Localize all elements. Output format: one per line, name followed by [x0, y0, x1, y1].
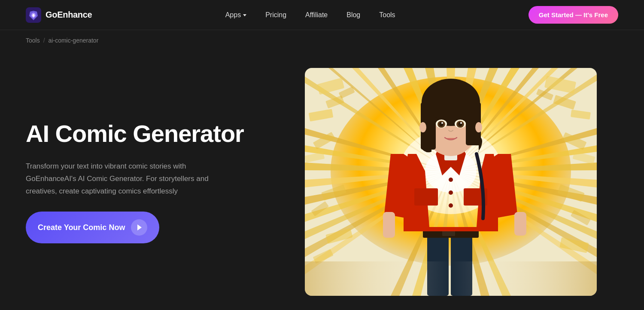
- nav-links: Apps Pricing Affiliate Blog Tools: [218, 8, 403, 22]
- hero-image-container: [283, 68, 618, 296]
- svg-rect-89: [305, 261, 597, 296]
- svg-point-86: [460, 122, 462, 124]
- create-comic-button[interactable]: Create Your Comic Now: [26, 212, 159, 243]
- svg-point-69: [449, 178, 453, 182]
- breadcrumb-separator: /: [43, 37, 45, 44]
- hero-image: [305, 68, 597, 296]
- arrow-right-icon: [137, 224, 142, 230]
- svg-rect-73: [514, 212, 526, 236]
- create-comic-label: Create Your Comic Now: [38, 223, 125, 232]
- breadcrumb: Tools / ai-comic-generator: [0, 30, 644, 51]
- hero-content: AI Comic Generator Transform your text i…: [26, 120, 249, 243]
- nav-tools-label: Tools: [379, 11, 395, 19]
- hero-section: AI Comic Generator Transform your text i…: [0, 51, 644, 310]
- hero-description: Transform your text into vibrant comic s…: [26, 160, 215, 198]
- brand-logo[interactable]: GoEnhance: [26, 7, 92, 23]
- breadcrumb-parent[interactable]: Tools: [26, 37, 40, 44]
- nav-item-apps[interactable]: Apps: [218, 8, 254, 22]
- apps-chevron-down-icon: [243, 14, 246, 16]
- svg-point-71: [449, 203, 453, 208]
- svg-point-70: [449, 190, 453, 195]
- logo-icon: [26, 7, 41, 23]
- nav-blog-label: Blog: [346, 11, 360, 19]
- nav-item-blog[interactable]: Blog: [339, 8, 368, 22]
- brand-name: GoEnhance: [46, 10, 92, 20]
- nav-pricing-label: Pricing: [265, 11, 286, 19]
- svg-point-85: [441, 122, 443, 124]
- nav-item-pricing[interactable]: Pricing: [258, 8, 294, 22]
- nav-item-affiliate[interactable]: Affiliate: [298, 8, 335, 22]
- comic-illustration: [305, 68, 597, 296]
- nav-item-tools[interactable]: Tools: [371, 8, 403, 22]
- svg-rect-67: [414, 188, 438, 206]
- svg-point-88: [475, 122, 482, 132]
- svg-point-87: [419, 122, 426, 132]
- navbar: GoEnhance Apps Pricing Affiliate Blog To…: [0, 0, 644, 30]
- nav-affiliate-label: Affiliate: [305, 11, 328, 19]
- svg-rect-72: [383, 212, 395, 238]
- nav-apps-label: Apps: [225, 11, 241, 19]
- breadcrumb-current-page: ai-comic-generator: [49, 37, 99, 44]
- get-started-button[interactable]: Get Started — It's Free: [529, 6, 618, 24]
- cta-arrow-circle: [131, 219, 147, 236]
- hero-title: AI Comic Generator: [26, 120, 249, 147]
